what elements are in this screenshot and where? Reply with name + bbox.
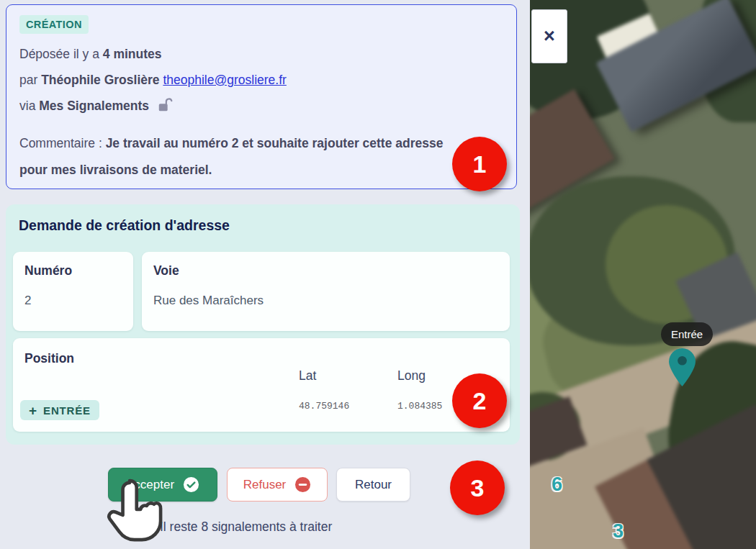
- lat-column-header: Lat: [299, 368, 316, 384]
- address-request-card: Demande de création d'adresse Numéro 2 V…: [6, 204, 520, 445]
- accept-button[interactable]: Accepter: [108, 468, 217, 502]
- entry-marker-tooltip: Entrée: [661, 322, 713, 346]
- map-address-label-6: 6: [552, 473, 562, 496]
- comment-paragraph: Commentaire : Je travail au numéro 2 et …: [19, 130, 469, 183]
- annotation-step-3: 3: [450, 460, 505, 515]
- long-column-header: Long: [397, 368, 426, 384]
- entry-chip-label: ENTRÉE: [43, 404, 91, 417]
- position-label: Position: [24, 351, 74, 366]
- deposited-time: 4 minutes: [103, 47, 162, 61]
- remaining-reports-text: Il reste 8 signalements à traiter: [160, 519, 332, 535]
- refuse-button[interactable]: Refuser: [227, 468, 328, 502]
- unlock-icon: [157, 96, 173, 122]
- address-fields-row: Numéro 2 Voie Rue des Maraîchers: [13, 252, 510, 331]
- long-value: 1.084385: [397, 401, 442, 412]
- entry-position-chip[interactable]: + ENTRÉE: [20, 400, 99, 420]
- refuse-label: Refuser: [243, 478, 287, 492]
- report-info-card: CRÉATION Déposée il y a 4 minutes par Th…: [6, 4, 517, 189]
- author-name: Théophile Groslière: [41, 73, 159, 87]
- accept-label: Accepter: [126, 478, 174, 492]
- comment-label: Commentaire :: [19, 136, 102, 150]
- voie-field: Voie Rue des Maraîchers: [142, 252, 510, 331]
- author-prefix: par: [19, 73, 37, 87]
- via-source: Mes Signalements: [39, 99, 149, 113]
- map-address-label-3: 3: [613, 520, 624, 543]
- request-title: Demande de création d'adresse: [19, 217, 510, 234]
- voie-label: Voie: [153, 263, 498, 278]
- map-close-button[interactable]: ×: [531, 9, 567, 63]
- numero-field: Numéro 2: [13, 252, 133, 331]
- numero-label: Numéro: [24, 263, 122, 278]
- author-email-link[interactable]: theophile@grosliere.fr: [163, 73, 286, 87]
- via-line: via Mes Signalements: [19, 93, 503, 122]
- numero-value: 2: [24, 294, 122, 308]
- back-label: Retour: [355, 478, 392, 492]
- entry-map-pin-icon[interactable]: [669, 348, 696, 389]
- deposited-prefix: Déposée il y a: [19, 47, 99, 61]
- check-circle-icon: [183, 476, 199, 493]
- aerial-map-panel[interactable]: × Entrée 6 3: [530, 0, 756, 549]
- annotation-step-2: 2: [452, 373, 507, 428]
- author-line: par Théophile Groslière theophile@grosli…: [19, 67, 503, 93]
- lat-value: 48.759146: [299, 401, 349, 412]
- minus-circle-icon: [294, 476, 311, 493]
- position-card: Position Lat Long 48.759146 1.084385 + E…: [13, 338, 510, 432]
- plus-icon: +: [29, 404, 37, 417]
- via-prefix: via: [19, 99, 35, 113]
- deposited-line: Déposée il y a 4 minutes: [19, 41, 503, 67]
- satellite-imagery: [530, 0, 756, 549]
- voie-value: Rue des Maraîchers: [153, 294, 498, 308]
- back-button[interactable]: Retour: [336, 468, 410, 502]
- creation-type-badge: CRÉATION: [19, 15, 89, 34]
- annotation-step-1: 1: [452, 137, 507, 191]
